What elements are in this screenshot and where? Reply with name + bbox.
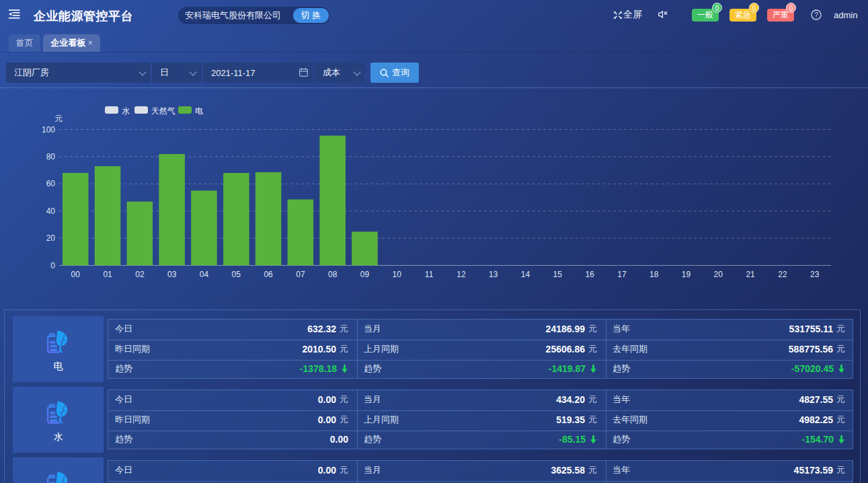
svg-text:07: 07 [296, 270, 305, 279]
svg-text:天然气: 天然气 [151, 106, 175, 116]
svg-text:电: 电 [195, 106, 203, 116]
svg-text:05: 05 [232, 270, 241, 279]
svg-text:03: 03 [167, 270, 177, 279]
svg-text:20: 20 [714, 270, 723, 279]
svg-text:21: 21 [746, 270, 755, 279]
svg-text:22: 22 [778, 270, 787, 279]
svg-text:水: 水 [122, 106, 130, 116]
svg-text:00: 00 [71, 270, 81, 279]
svg-text:20: 20 [46, 233, 56, 243]
svg-text:23: 23 [810, 270, 820, 279]
svg-text:80: 80 [46, 152, 56, 161]
svg-text:40: 40 [46, 207, 56, 216]
svg-text:09: 09 [360, 270, 370, 279]
svg-text:18: 18 [649, 270, 659, 279]
svg-text:12: 12 [457, 270, 466, 279]
svg-text:04: 04 [200, 270, 209, 279]
svg-text:100: 100 [42, 125, 55, 135]
svg-text:16: 16 [585, 270, 594, 279]
svg-text:19: 19 [682, 270, 691, 279]
svg-text:08: 08 [328, 270, 338, 279]
svg-text:15: 15 [553, 270, 563, 279]
svg-text:17: 17 [617, 270, 627, 279]
svg-text:10: 10 [393, 270, 402, 279]
svg-text:06: 06 [264, 270, 273, 279]
svg-text:02: 02 [135, 270, 145, 279]
svg-text:元: 元 [54, 114, 63, 123]
svg-text:60: 60 [46, 179, 56, 188]
svg-text:0: 0 [50, 261, 55, 270]
svg-text:01: 01 [103, 270, 112, 279]
svg-text:14: 14 [521, 270, 530, 279]
svg-text:11: 11 [425, 270, 434, 279]
svg-text:13: 13 [489, 270, 498, 279]
